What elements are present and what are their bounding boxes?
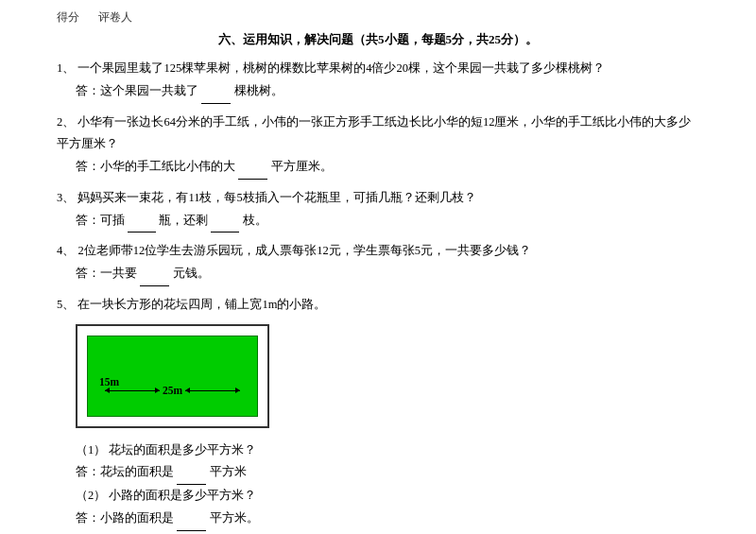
sub-q2-text: 小路的面积是多少平方米？ (109, 489, 256, 502)
q4-answer-prefix: 答：一共要 (76, 267, 137, 280)
q1-number: 1、 (57, 61, 75, 75)
q2-number: 2、 (57, 115, 75, 129)
sub-question-1-answer: 答：花坛的面积是 平方米 (76, 461, 699, 485)
inner-green: 15m 25m (87, 336, 258, 417)
outer-box: 15m 25m (76, 324, 269, 428)
q5-number: 5、 (57, 298, 75, 311)
dim-25m-label: 25m (160, 381, 185, 401)
question-1: 1、 一个果园里栽了125棵苹果树，桃树的棵数比苹果树的4倍少20棵，这个果园一… (57, 58, 699, 104)
sub-question-2: （2） 小路的面积是多少平方米？ (76, 485, 699, 508)
q3-answer-mid: 瓶，还剩 (159, 214, 208, 227)
q2-answer-suffix: 平方厘米。 (271, 160, 333, 173)
question-2: 2、 小华有一张边长64分米的手工纸，小伟的一张正方形手工纸边长比小华的短12厘… (57, 112, 699, 180)
q4-number: 4、 (57, 244, 75, 257)
dim-25m-container: 25m (105, 381, 240, 401)
dim-25m-line-right (185, 390, 240, 391)
q5-content: 在一块长方形的花坛四周，铺上宽1m的小路。 (77, 298, 326, 311)
q2-answer-prefix: 答：小华的手工纸比小伟的大 (76, 160, 235, 173)
question-3-answer: 答：可插 瓶，还剩 枝。 (76, 210, 699, 233)
score-label: 得分 (57, 9, 79, 26)
sub-q2-blank (177, 508, 206, 531)
sub-q1-answer-suffix: 平方米 (210, 465, 247, 478)
question-2-text: 2、 小华有一张边长64分米的手工纸，小伟的一张正方形手工纸边长比小华的短12厘… (57, 112, 699, 157)
top-bar: 得分 评卷人 (57, 9, 699, 26)
question-5-text: 5、 在一块长方形的花坛四周，铺上宽1m的小路。 (57, 294, 699, 317)
question-4-answer: 答：一共要 元钱。 (76, 263, 699, 286)
sub-q2-number: （2） (76, 489, 106, 502)
sub-q1-blank (177, 461, 206, 485)
dim-25m-line (105, 390, 160, 391)
q3-blank2 (211, 210, 239, 233)
q3-content: 妈妈买来一束花，有11枝，每5枝插入一个花瓶里，可插几瓶？还剩几枝？ (77, 191, 475, 204)
sub-q2-answer-prefix: 答：小路的面积是 (76, 511, 174, 525)
q4-blank (140, 263, 169, 286)
sub-question-1: （1） 花坛的面积是多少平方米？ (76, 439, 699, 462)
question-5: 5、 在一块长方形的花坛四周，铺上宽1m的小路。 15m 25m （1） 花坛的… (57, 294, 699, 531)
q1-blank (201, 80, 231, 104)
sub-q1-text: 花坛的面积是多少平方米？ (109, 443, 256, 456)
sub-q2-answer-suffix: 平方米。 (210, 511, 259, 525)
diagram-container: 15m 25m (76, 324, 699, 432)
sub-q1-number: （1） (76, 443, 106, 456)
question-2-answer: 答：小华的手工纸比小伟的大 平方厘米。 (76, 156, 699, 180)
question-3-text: 3、 妈妈买来一束花，有11枝，每5枝插入一个花瓶里，可插几瓶？还剩几枝？ (57, 187, 699, 210)
question-4-text: 4、 2位老师带12位学生去游乐园玩，成人票每张12元，学生票每张5元，一共要多… (57, 240, 699, 263)
reviewer-label: 评卷人 (98, 9, 132, 26)
q3-answer-suffix: 枝。 (243, 214, 267, 227)
q2-blank (238, 156, 267, 180)
question-1-text: 1、 一个果园里栽了125棵苹果树，桃树的棵数比苹果树的4倍少20棵，这个果园一… (57, 58, 699, 80)
question-1-answer: 答：这个果园一共栽了 棵桃树。 (76, 80, 699, 104)
question-3: 3、 妈妈买来一束花，有11枝，每5枝插入一个花瓶里，可插几瓶？还剩几枝？ 答：… (57, 187, 699, 233)
sub-q1-answer-prefix: 答：花坛的面积是 (76, 465, 174, 478)
page-container: 得分 评卷人 六、运用知识，解决问题（共5小题，每题5分，共25分）。 1、 一… (0, 0, 756, 534)
q3-blank1 (128, 210, 156, 233)
section-title: 六、运用知识，解决问题（共5小题，每题5分，共25分）。 (57, 31, 699, 48)
question-4: 4、 2位老师带12位学生去游乐园玩，成人票每张12元，学生票每张5元，一共要多… (57, 240, 699, 286)
top-bar-left: 得分 评卷人 (57, 9, 132, 26)
q4-answer-suffix: 元钱。 (173, 267, 210, 280)
q1-answer-suffix: 棵桃树。 (234, 84, 284, 97)
q4-content: 2位老师带12位学生去游乐园玩，成人票每张12元，学生票每张5元，一共要多少钱？ (77, 244, 531, 257)
q2-content: 小华有一张边长64分米的手工纸，小伟的一张正方形手工纸边长比小华的短12厘米，小… (57, 115, 691, 151)
q3-number: 3、 (57, 191, 75, 204)
q3-answer-prefix: 答：可插 (76, 214, 125, 227)
q1-content: 一个果园里栽了125棵苹果树，桃树的棵数比苹果树的4倍少20棵，这个果园一共栽了… (77, 61, 605, 75)
sub-question-2-answer: 答：小路的面积是 平方米。 (76, 508, 699, 531)
q1-answer-prefix: 答：这个果园一共栽了 (76, 84, 198, 97)
